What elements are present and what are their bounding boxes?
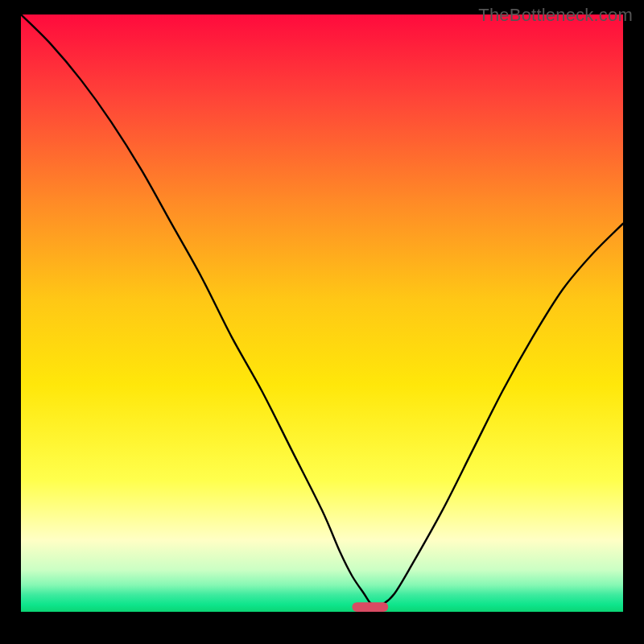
plot-area bbox=[21, 14, 623, 612]
watermark-text: TheBottleneck.com bbox=[478, 5, 633, 26]
gradient-background bbox=[21, 14, 623, 612]
chart-container: TheBottleneck.com bbox=[0, 0, 644, 644]
optimum-marker bbox=[352, 602, 388, 612]
chart-svg bbox=[21, 14, 623, 612]
